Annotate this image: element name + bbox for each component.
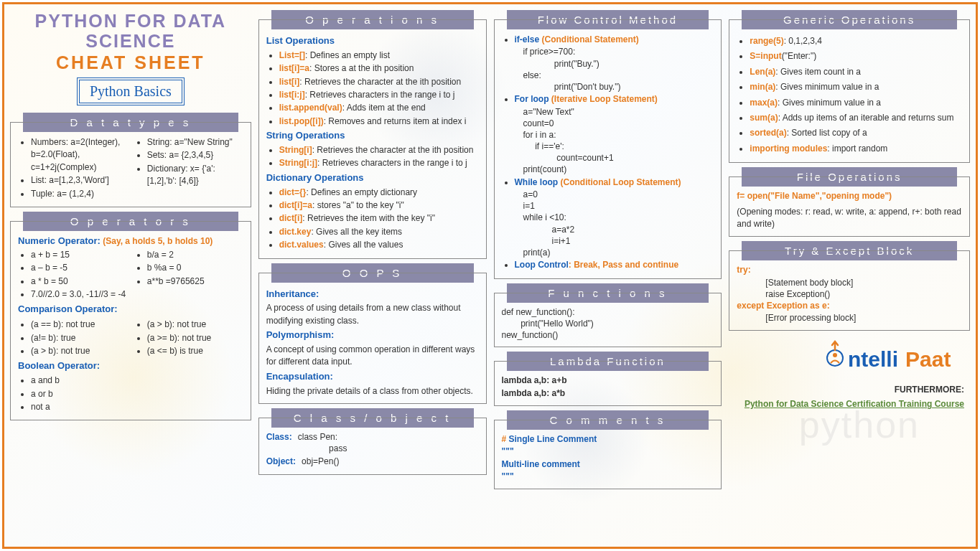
subsection-title: Boolean Operator: xyxy=(18,359,243,373)
list-item: (a!= b): true xyxy=(31,332,127,344)
list-item: a or b xyxy=(31,388,243,400)
code-snippet: [Error processing block] xyxy=(737,312,962,324)
list-item: String[i:j]: Retrieves characters in the… xyxy=(279,157,479,169)
column-1: PYTHON FOR DATA SCIENCE CHEAT SHEET Pyth… xyxy=(10,10,251,541)
list-item: dict.values: Gives all the values xyxy=(279,239,479,251)
list-item: dict={}: Defines an empty dictionary xyxy=(279,187,479,199)
subsection-title: List Operations xyxy=(266,34,479,48)
code-keyword: try: xyxy=(737,264,962,276)
section-lambda: Lambda Function lambda a,b: a+b lambda a… xyxy=(494,352,722,406)
list-item: Len(a): Gives item count in a xyxy=(750,65,962,79)
list-item: (a > b): not true xyxy=(31,345,127,357)
list-item: Sets: a= {2,3,4,5} xyxy=(147,149,243,161)
comment-line: """ xyxy=(502,446,714,458)
label: Class: xyxy=(266,431,292,454)
subtitle-badge: Python Basics xyxy=(77,77,185,105)
title-line-2: SCIENCE xyxy=(10,32,251,52)
comment-line: """ xyxy=(502,471,714,483)
list-item: sum(a): Adds up items of an iterable and… xyxy=(750,110,962,125)
code-line: lambda a,b: a+b xyxy=(502,375,714,387)
list-item: (a == b): not true xyxy=(31,319,127,331)
list-item: a + b = 15 xyxy=(31,249,127,261)
list-item: Dictionary: x= {'a': [1,2],'b': [4,6]} xyxy=(147,163,243,188)
svg-text:Paat: Paat xyxy=(905,347,951,371)
flow-item: While loop (Conditional Loop Statement) … xyxy=(515,176,714,259)
code-line: f= open("File Name","opening mode") xyxy=(737,190,962,202)
list-item: list.pop([i]): Removes and returns item … xyxy=(279,116,479,128)
section-generic-operations: Generic Operations range(5): 0,1,2,3,4S=… xyxy=(729,10,970,163)
list-item: (a <= b) is true xyxy=(147,345,243,357)
list-item: list[i:j]: Retrieves characters in the r… xyxy=(279,89,479,101)
list-item: a**b =9765625 xyxy=(147,276,243,288)
subsection-note: (Say, a holds 5, b holds 10) xyxy=(103,236,213,246)
svg-point-1 xyxy=(833,353,837,357)
column-2: O p e r a t i o n s List Operations List… xyxy=(258,10,487,541)
title-line-3: CHEAT SHEET xyxy=(10,52,251,73)
code-snippet: def new_function(): print("Hello World")… xyxy=(502,306,714,342)
flow-item: Loop Control: Break, Pass and continue xyxy=(515,259,714,271)
list-item: List=[]: Defines an empty list xyxy=(279,50,479,62)
subsection-title: Dictionary Operations xyxy=(266,171,479,185)
subsection-text: A concept of using common operation in d… xyxy=(266,344,479,369)
section-operators: O p e r a t o r s Numeric Operator: (Say… xyxy=(10,212,251,420)
title-block: PYTHON FOR DATA SCIENCE CHEAT SHEET Pyth… xyxy=(10,10,251,108)
list-item: S=input("Enter:") xyxy=(750,49,962,63)
subsection-title: Inheritance: xyxy=(266,288,479,301)
subsection-title: String Operations xyxy=(266,129,479,143)
cheat-sheet-frame: python™ PYTHON FOR DATA SCIENCE CHEAT SH… xyxy=(2,2,978,549)
list-item: String: a="New String" xyxy=(147,136,243,149)
section-oops: O O P S Inheritance: A process of using … xyxy=(258,263,487,404)
section-flow-control: Flow Control Method if-else (Conditional… xyxy=(494,10,722,279)
code-snippet: a="New Text" count=0 for i in a: if i=='… xyxy=(515,106,714,176)
list-item: dict.key: Gives all the key items xyxy=(279,226,479,238)
svg-point-0 xyxy=(827,350,843,366)
flow-item: if-else (Conditional Statement) if price… xyxy=(515,34,714,93)
list-item: (a > b): not true xyxy=(147,319,243,331)
list-item: String[i]: Retrieves the character at th… xyxy=(279,144,479,156)
list-item: not a xyxy=(31,401,243,413)
section-functions: F u n c t i o n s def new_function(): pr… xyxy=(494,283,722,348)
list-item: sorted(a): Sorted list copy of a xyxy=(750,126,962,140)
section-try-except: Try & Except Block try: [Statement body … xyxy=(729,241,970,330)
comment-line: Multi-line comment xyxy=(502,458,714,471)
subsection-title: Polymorphism: xyxy=(266,329,479,342)
subsection-text: A process of using details from a new cl… xyxy=(266,302,479,327)
list-item: dict[i]: Retrieves the item with the key… xyxy=(279,212,479,225)
title-line-1: PYTHON FOR DATA xyxy=(10,11,251,32)
list-item: list[i]: Retrieves the character at the … xyxy=(279,76,479,88)
list-item: max(a): Gives minimum value in a xyxy=(750,95,962,110)
intellipaat-logo-icon: ntelli Paat xyxy=(821,338,964,378)
code-snippet: if price>=700: print("Buy.") else: print… xyxy=(515,46,714,93)
svg-text:ntelli: ntelli xyxy=(848,347,898,371)
list-item: a and b xyxy=(31,375,243,387)
list-item: min(a): Gives minimum value in a xyxy=(750,80,962,94)
brand-logo: ntelli Paat xyxy=(729,335,970,380)
list-item: a – b = -5 xyxy=(31,262,127,274)
code-line: lambda a,b: a*b xyxy=(502,387,714,400)
section-class-object: C l a s s / o b j e c t Class:class Pen:… xyxy=(258,408,487,475)
column-4: Generic Operations range(5): 0,1,2,3,4S=… xyxy=(729,10,970,541)
course-link[interactable]: Python for Data Science Certification Tr… xyxy=(729,399,970,409)
code-snippet: [Statement body block] raise Exception() xyxy=(737,277,962,300)
code-keyword: except Exception as e: xyxy=(737,300,962,312)
list-item: Tuple: a= (1,2,4) xyxy=(31,188,127,200)
list-item: 7.0//2.0 = 3.0, -11//3 = -4 xyxy=(31,288,127,301)
list-item: importing modules: import random xyxy=(750,141,962,156)
list-item: b/a = 2 xyxy=(147,249,243,261)
subsection-title: Comparison Operator: xyxy=(18,303,243,316)
subsection-text: Hiding the private details of a class fr… xyxy=(266,385,479,397)
list-item: b %a = 0 xyxy=(147,262,243,274)
list-item: Numbers: a=2(Integer), b=2.0(Float), c=1… xyxy=(31,136,127,174)
list-item: list.append(val): Adds item at the end xyxy=(279,102,479,114)
comment-line: # # Single Line CommentSingle Line Comme… xyxy=(502,433,714,446)
note-text: (Opening modes: r: read, w: write, a: ap… xyxy=(737,206,962,231)
list-item: list[i]=a: Stores a at the ith position xyxy=(279,62,479,75)
section-datatypes: D a t a t y p e s Numbers: a=2(Integer),… xyxy=(10,113,251,207)
subsection-title: Numeric Operator: xyxy=(18,235,101,246)
list-item: dict[i]=a: stores "a" to the key "i" xyxy=(279,199,479,212)
code-snippet: class Pen: pass xyxy=(298,431,347,454)
column-3: Flow Control Method if-else (Conditional… xyxy=(494,10,722,541)
list-item: List: a=[1,2,3,'Word'] xyxy=(31,174,127,187)
label: Object: xyxy=(266,456,296,468)
furthermore-label: FURTHERMORE: xyxy=(729,385,970,395)
